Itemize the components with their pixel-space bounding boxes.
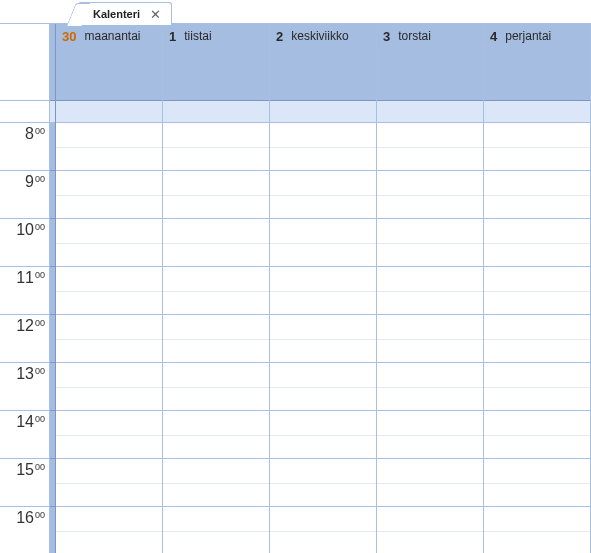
minute-value: 00 <box>35 222 45 232</box>
hour-cell[interactable] <box>56 459 162 507</box>
hour-cell[interactable] <box>56 315 162 363</box>
hour-value: 15 <box>16 461 34 478</box>
allday-cell[interactable] <box>163 101 269 123</box>
hour-cell[interactable] <box>377 363 483 411</box>
gutter-hour <box>50 459 55 507</box>
day-column-fri: 4 perjantai <box>484 24 591 553</box>
calendar-grid: 800 900 1000 1100 1200 1300 1400 1500 16… <box>0 24 591 553</box>
time-header-spacer <box>0 24 49 101</box>
time-label: 800 <box>0 123 49 171</box>
hour-cell[interactable] <box>377 459 483 507</box>
hour-cell[interactable] <box>270 219 376 267</box>
allday-cell[interactable] <box>484 101 590 123</box>
hour-cell[interactable] <box>56 219 162 267</box>
minute-value: 00 <box>35 126 45 136</box>
hour-cell[interactable] <box>377 315 483 363</box>
hour-cell[interactable] <box>56 267 162 315</box>
hour-cell[interactable] <box>163 459 269 507</box>
day-columns: 30 maanantai 1 tiistai <box>56 24 591 553</box>
day-header[interactable]: 1 tiistai <box>163 24 269 101</box>
day-header[interactable]: 3 torstai <box>377 24 483 101</box>
hour-cell[interactable] <box>484 315 590 363</box>
hour-cell[interactable] <box>163 315 269 363</box>
hour-cell[interactable] <box>56 363 162 411</box>
time-allday-spacer <box>0 101 49 123</box>
day-header[interactable]: 30 maanantai <box>56 24 162 101</box>
minute-value: 00 <box>35 510 45 520</box>
hour-value: 8 <box>25 125 34 142</box>
gutter-hour <box>50 507 55 553</box>
hour-value: 16 <box>16 509 34 526</box>
minute-value: 00 <box>35 318 45 328</box>
day-header[interactable]: 2 keskiviikko <box>270 24 376 101</box>
hour-value: 9 <box>25 173 34 190</box>
hour-cell[interactable] <box>163 123 269 171</box>
day-name: perjantai <box>505 29 551 43</box>
tab-calendar[interactable]: Kalenteri ✕ <box>78 2 172 25</box>
day-number: 3 <box>383 29 390 44</box>
day-name: maanantai <box>84 29 140 43</box>
hour-cell[interactable] <box>163 507 269 553</box>
day-name: torstai <box>398 29 431 43</box>
hour-cell[interactable] <box>56 507 162 553</box>
hour-cell[interactable] <box>377 123 483 171</box>
hour-cell[interactable] <box>163 219 269 267</box>
gutter-hour <box>50 171 55 219</box>
hour-cell[interactable] <box>484 171 590 219</box>
hour-cell[interactable] <box>270 123 376 171</box>
hour-cell[interactable] <box>56 171 162 219</box>
allday-cell[interactable] <box>377 101 483 123</box>
time-column: 800 900 1000 1100 1200 1300 1400 1500 16… <box>0 24 50 553</box>
minute-value: 00 <box>35 270 45 280</box>
hour-cell[interactable] <box>377 267 483 315</box>
hour-cell[interactable] <box>484 219 590 267</box>
hour-cell[interactable] <box>484 267 590 315</box>
hour-cell[interactable] <box>270 315 376 363</box>
hour-cell[interactable] <box>163 267 269 315</box>
minute-value: 00 <box>35 174 45 184</box>
hour-cell[interactable] <box>377 411 483 459</box>
hour-cell[interactable] <box>270 411 376 459</box>
time-label: 1000 <box>0 219 49 267</box>
tab-title: Kalenteri <box>93 8 140 20</box>
hour-cell[interactable] <box>56 411 162 459</box>
hour-cell[interactable] <box>377 507 483 553</box>
hour-cell[interactable] <box>270 507 376 553</box>
hour-cell[interactable] <box>270 171 376 219</box>
allday-cell[interactable] <box>270 101 376 123</box>
hour-cell[interactable] <box>270 267 376 315</box>
gutter-hour <box>50 267 55 315</box>
hour-cell[interactable] <box>270 363 376 411</box>
hour-cell[interactable] <box>377 219 483 267</box>
hour-cell[interactable] <box>377 171 483 219</box>
hour-cell[interactable] <box>56 123 162 171</box>
day-column-wed: 2 keskiviikko <box>270 24 377 553</box>
time-label: 1300 <box>0 363 49 411</box>
hour-cell[interactable] <box>484 459 590 507</box>
hour-cell[interactable] <box>163 411 269 459</box>
hour-value: 11 <box>16 269 34 286</box>
hour-cell[interactable] <box>270 459 376 507</box>
allday-cell[interactable] <box>56 101 162 123</box>
hour-cell[interactable] <box>163 363 269 411</box>
hour-cell[interactable] <box>484 363 590 411</box>
minute-value: 00 <box>35 414 45 424</box>
hour-cell[interactable] <box>484 507 590 553</box>
tab-strip: Kalenteri ✕ <box>0 0 591 24</box>
hour-cell[interactable] <box>484 411 590 459</box>
day-column-mon: 30 maanantai <box>56 24 163 553</box>
hour-cell[interactable] <box>484 123 590 171</box>
minute-value: 00 <box>35 366 45 376</box>
day-header[interactable]: 4 perjantai <box>484 24 590 101</box>
minute-value: 00 <box>35 462 45 472</box>
hour-cell[interactable] <box>163 171 269 219</box>
hour-value: 14 <box>16 413 34 430</box>
day-number: 4 <box>490 29 497 44</box>
gutter-hour <box>50 363 55 411</box>
time-label: 1600 <box>0 507 49 553</box>
gutter-header <box>50 24 55 101</box>
day-number: 30 <box>62 29 76 44</box>
gutter-allday <box>50 101 55 123</box>
hour-value: 10 <box>16 221 34 238</box>
close-icon[interactable]: ✕ <box>148 8 163 21</box>
